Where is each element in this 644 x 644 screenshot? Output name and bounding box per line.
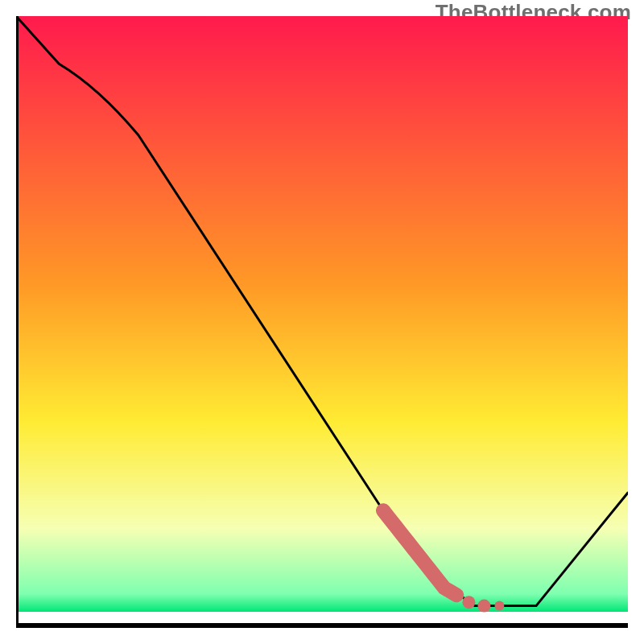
chart-container: TheBottleneck.com <box>0 0 644 644</box>
bottleneck-chart <box>16 16 628 628</box>
highlight-dot <box>462 596 475 609</box>
highlight-dot <box>477 600 490 613</box>
highlight-dot <box>494 601 504 611</box>
background-gradient <box>16 16 628 612</box>
